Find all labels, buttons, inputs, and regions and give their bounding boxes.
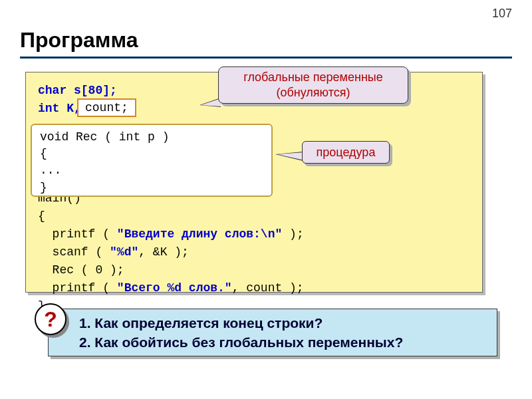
question-2: Как обойтись без глобальных переменных? — [94, 334, 403, 350]
code-main-l4a: scanf ( — [38, 245, 110, 259]
callout1-line1: глобальные переменные — [243, 70, 383, 84]
code-main-l6c: , count ); — [232, 281, 304, 295]
callout-globals: глобальные переменные (обнуляются) — [218, 66, 408, 104]
code-main-l2: { — [38, 209, 45, 223]
page-number: 107 — [492, 7, 512, 21]
q-bullet-2: 2. — [79, 334, 94, 350]
code-main-l6b: "Всего %d слов." — [117, 281, 232, 295]
question-box: 1. Как определяется конец строки? 2. Как… — [48, 309, 497, 356]
q-bullet-1: 1. — [79, 315, 94, 331]
code-main-l4c: , &K ); — [138, 245, 189, 259]
code-main-l5: Rec ( 0 ); — [38, 263, 124, 277]
slide-title: Программа — [20, 28, 138, 53]
code-main-l3c: ); — [282, 227, 303, 241]
question-1: Как определяется конец строки? — [94, 315, 323, 331]
code-main-l3a: printf ( — [38, 227, 117, 241]
code-main-l3b: "Введите длину слов:\n" — [117, 227, 282, 241]
code-main-l4b: "%d" — [110, 245, 138, 259]
title-underline — [20, 57, 512, 59]
callout1-line2: (обнуляются) — [277, 86, 350, 99]
count-highlight: count; — [77, 98, 136, 117]
question-mark-icon: ? — [35, 303, 66, 335]
code-main-l6a: printf ( — [38, 281, 117, 295]
procedure-box: void Rec ( int p ) { ... } — [31, 124, 273, 197]
callout-procedure: процедура — [302, 141, 390, 164]
callout2-tail — [277, 152, 304, 160]
